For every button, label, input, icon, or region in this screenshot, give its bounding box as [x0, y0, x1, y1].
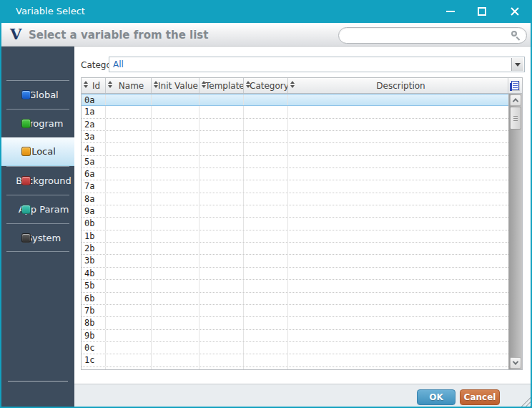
table-row[interactable]: 7b	[82, 305, 508, 317]
cell-id: 7a	[82, 180, 106, 192]
cell-id: 2b	[82, 243, 106, 254]
cell-id: 2a	[82, 119, 106, 130]
cell-name	[106, 317, 152, 329]
table-row[interactable]: 2b	[82, 243, 508, 255]
cell-init-value	[152, 131, 200, 142]
cancel-button[interactable]: Cancel	[460, 389, 500, 405]
cell-category	[244, 293, 288, 304]
cell-name	[106, 367, 152, 369]
table-row[interactable]: 4a	[82, 143, 508, 155]
cell-name	[106, 218, 152, 229]
sidebar-item-program[interactable]: Program	[1, 109, 74, 137]
cell-name	[106, 143, 152, 155]
sidebar-item-local[interactable]: Local	[1, 137, 74, 166]
table-row[interactable]: 0b	[82, 218, 508, 230]
cell-template	[200, 156, 244, 167]
cell-id: 9a	[82, 205, 106, 217]
table-row[interactable]: 3a	[82, 131, 508, 143]
cell-description	[288, 143, 508, 155]
category-select[interactable]: All	[109, 57, 525, 72]
cell-id: 5b	[82, 280, 106, 291]
cell-category	[244, 180, 288, 192]
table-row[interactable]: 4b	[82, 268, 508, 280]
sidebar-item-label: Global	[1, 89, 74, 100]
sidebar-item-label: App Param	[1, 204, 74, 215]
cell-description	[288, 317, 508, 329]
close-button[interactable]	[503, 0, 527, 23]
table-row[interactable]: 6b	[82, 293, 508, 305]
column-header-category[interactable]: Category	[244, 78, 288, 93]
cell-name	[106, 106, 152, 117]
category-dropdown-button[interactable]	[511, 58, 523, 71]
table-row[interactable]: 0a	[82, 94, 508, 106]
close-icon	[510, 6, 520, 16]
sidebar-item-background[interactable]: Background	[1, 166, 74, 195]
column-chooser-button[interactable]	[508, 78, 522, 93]
cell-description	[288, 119, 508, 130]
table-row[interactable]: 2c	[82, 367, 508, 369]
table-row[interactable]: 8a	[82, 193, 508, 205]
cell-description	[288, 243, 508, 254]
table-row[interactable]: 5a	[82, 156, 508, 168]
sort-icon	[290, 81, 295, 88]
sidebar-item-app-param[interactable]: App Param	[1, 195, 74, 223]
sidebar-item-system[interactable]: System	[1, 223, 74, 252]
table-row[interactable]: 3b	[82, 255, 508, 267]
cell-category	[244, 230, 288, 242]
ok-button[interactable]: OK	[417, 389, 455, 405]
cell-name	[106, 255, 152, 266]
table-row[interactable]: 9b	[82, 330, 508, 342]
scroll-up-button[interactable]	[510, 94, 521, 106]
table-row[interactable]: 0c	[82, 342, 508, 354]
cell-description	[288, 255, 508, 266]
minimize-button[interactable]	[438, 0, 463, 23]
cell-category	[244, 168, 288, 180]
cell-id: 3a	[82, 131, 106, 142]
column-header-description[interactable]: Description	[288, 78, 508, 93]
column-header-id[interactable]: Id	[82, 78, 106, 93]
local-swatch-icon	[21, 147, 31, 156]
sidebar-item-label: Background	[1, 175, 74, 186]
table-row[interactable]: 2a	[82, 119, 508, 131]
cell-name	[106, 156, 152, 167]
table-row[interactable]: 1b	[82, 230, 508, 243]
cell-description	[288, 106, 508, 117]
table-row[interactable]: 5b	[82, 280, 508, 292]
table-header-row: IdNameInit ValueTemplateCategoryDescript…	[82, 78, 522, 94]
cell-template	[200, 280, 244, 291]
cell-template	[200, 205, 244, 217]
cell-init-value	[152, 317, 200, 329]
scrollbar-thumb[interactable]	[510, 107, 521, 130]
scroll-down-button[interactable]	[510, 357, 521, 369]
table-row[interactable]: 8b	[82, 317, 508, 329]
cell-description	[288, 305, 508, 316]
cell-category	[244, 131, 288, 142]
cell-description	[288, 230, 508, 242]
cell-category	[244, 243, 288, 254]
cell-description	[288, 367, 508, 369]
cell-name	[106, 330, 152, 341]
cell-name	[106, 354, 152, 366]
cell-template	[200, 106, 244, 117]
vertical-scrollbar[interactable]	[508, 94, 522, 369]
cell-template	[200, 268, 244, 279]
table-row[interactable]: 6a	[82, 168, 508, 180]
search-input[interactable]	[338, 27, 527, 44]
table-row[interactable]: 7a	[82, 180, 508, 193]
cell-category	[244, 330, 288, 341]
minimize-icon	[446, 11, 455, 12]
table-row[interactable]: 1a	[82, 106, 508, 118]
cell-category	[244, 106, 288, 117]
cell-name	[106, 342, 152, 354]
cell-template	[200, 293, 244, 304]
column-header-template[interactable]: Template	[200, 78, 244, 93]
cell-id: 0b	[82, 218, 106, 229]
maximize-button[interactable]	[470, 0, 494, 23]
column-header-name[interactable]: Name	[106, 78, 152, 93]
sidebar-item-global[interactable]: Global	[1, 80, 74, 109]
sort-icon	[107, 81, 113, 88]
table-row[interactable]: 9a	[82, 205, 508, 218]
table-row[interactable]: 1c	[82, 354, 508, 366]
column-header-init-value[interactable]: Init Value	[152, 78, 200, 93]
program-swatch-icon	[21, 119, 31, 128]
